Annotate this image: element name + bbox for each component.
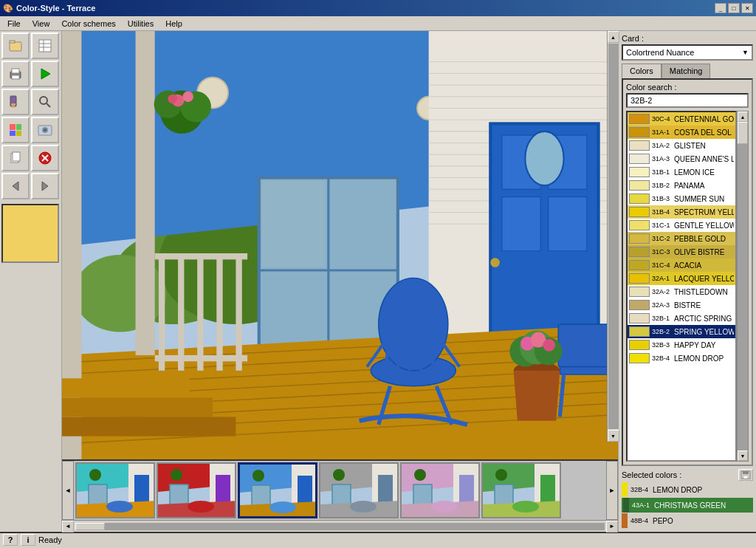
menu-bar: File View Color schemes Utilities Help [0,16,756,31]
color-item-31b1[interactable]: 31B-1 LEMON ICE [628,165,735,179]
color-swatch [629,340,650,350]
color-item-31b4[interactable]: 31B-4 SPECTRUM YELLOW [628,205,735,219]
delete-button[interactable] [31,145,59,171]
list-vscrollbar[interactable]: ▲ ▼ [737,111,749,462]
main-image[interactable] [62,31,618,459]
status-bar: ? i Ready [0,532,756,547]
color-swatch [629,207,650,217]
color-swatch [629,220,650,230]
tab-matching[interactable]: Matching [662,64,711,78]
svg-rect-0 [10,42,21,51]
svg-rect-73 [136,31,155,355]
thumbnail-5[interactable] [400,462,480,518]
zoom-button[interactable] [31,89,59,115]
copy-button[interactable] [1,145,30,171]
color-item-32a2[interactable]: 32A-2 THISTLEDOWN [628,285,735,298]
menu-utilities[interactable]: Utilities [122,18,159,30]
back-button[interactable] [1,173,30,199]
svg-rect-8 [12,75,19,79]
tabs: Colors Matching [622,64,753,78]
dropdown-arrow-icon: ▼ [742,49,749,56]
menu-color-schemes[interactable]: Color schemes [55,18,121,30]
thumb-scroll-right[interactable]: ► [606,461,618,520]
palette-button[interactable] [1,117,30,143]
thumbnail-2[interactable] [157,462,236,518]
menu-help[interactable]: Help [159,18,188,30]
open-button[interactable] [1,32,30,59]
color-item-32b3[interactable]: 32B-3 HAPPY DAY [628,338,735,352]
color-item-31b3[interactable]: 31B-3 SUMMER SUN [628,192,735,205]
thumb-scroll-left[interactable]: ◄ [62,461,74,520]
color-item-32b2[interactable]: 32B-2 SPRING YELLOW [628,325,735,338]
svg-rect-60 [549,197,587,251]
selected-item-48b4[interactable]: 48B-4 PEPO [622,513,753,528]
hscroll-left-button[interactable]: ◄ [62,521,74,532]
color-item-31c1[interactable]: 31C-1 GENTLE YELLOW [628,219,735,232]
color-item-31a1[interactable]: 31A-1 COSTA DEL SOL [628,126,735,139]
color-swatch [629,127,650,137]
color-item-31a2[interactable]: 31A-2 GLISTEN [628,139,735,152]
tab-colors[interactable]: Colors [622,64,662,78]
close-button[interactable]: ✕ [741,3,753,13]
right-panel: Card : Colortrend Nuance ▼ Colors Matchi… [619,31,756,532]
forward-button[interactable] [31,173,59,199]
thumbnail-3[interactable] [238,462,317,518]
svg-marker-96 [514,371,560,421]
help-button[interactable]: ? [3,534,18,546]
maximize-button[interactable]: □ [728,3,740,13]
svg-point-13 [40,97,47,104]
color-swatch [629,167,650,177]
paint-button[interactable] [1,89,30,115]
photo-button[interactable] [31,117,59,143]
vscroll-up-button[interactable]: ▲ [608,31,619,43]
selected-item-32b4[interactable]: 32B-4 LEMON DROP [622,482,753,497]
hscroll-right-button[interactable]: ► [606,521,618,532]
color-swatch [629,287,650,297]
svg-rect-111 [155,253,247,259]
list-vscroll-thumb[interactable] [738,122,748,144]
svg-point-159 [495,469,507,481]
color-item-30c4[interactable]: 30C-4 CENTENNIAL GOLD [628,112,735,126]
list-vscroll-down[interactable]: ▼ [738,451,748,461]
minimize-button[interactable]: _ [715,3,726,13]
play-button[interactable] [31,61,59,87]
thumbnail-6[interactable] [481,462,561,518]
thumbnail-4[interactable] [319,462,399,518]
spreadsheet-button[interactable] [31,32,59,59]
svg-point-119 [89,469,101,481]
print-button[interactable] [1,61,30,87]
color-search-input[interactable] [626,93,749,108]
svg-rect-109 [216,255,222,371]
svg-point-127 [171,469,182,481]
color-item-31c2[interactable]: 31C-2 PEBBLE GOLD [628,232,735,245]
color-item-31c4[interactable]: 31C-4 ACACIA [628,258,735,272]
vscroll-down-button[interactable]: ▼ [608,430,619,442]
color-item-32b1[interactable]: 32B-1 ARCTIC SPRING [628,312,735,325]
colors-panel: Color search : 30C-4 CENTENNIAL GOLD 31A… [622,78,753,466]
svg-marker-9 [41,69,50,79]
color-item-31a3[interactable]: 31A-3 QUEEN ANNE'S LACE [628,152,735,165]
svg-rect-18 [16,131,21,136]
color-item-32b4[interactable]: 32B-4 LEMON DROP [628,352,735,365]
color-item-31c3[interactable]: 31C-3 OLIVE BISTRE [628,245,735,258]
hscroll-thumb[interactable] [75,523,105,530]
image-vscrollbar[interactable]: ▲ ▼ [607,31,619,442]
hscroll-track[interactable] [75,523,605,530]
card-dropdown[interactable]: Colortrend Nuance ▼ [622,44,753,61]
menu-file[interactable]: File [1,18,27,30]
thumbnail-1[interactable] [75,462,155,518]
window-controls[interactable]: _ □ ✕ [715,3,753,13]
info-button[interactable]: i [21,534,35,546]
color-preview-box [1,204,59,263]
menu-view[interactable]: View [27,18,56,30]
color-item-31b2[interactable]: 31B-2 PANAMA [628,179,735,192]
color-item-32a1[interactable]: 32A-1 LACQUER YELLOW [628,272,735,285]
svg-point-78 [182,92,193,103]
svg-point-120 [106,501,133,513]
svg-point-61 [525,131,563,185]
selected-item-43a1[interactable]: 43A-1 CHRISTMAS GREEN [622,498,753,513]
color-item-32a3[interactable]: 32A-3 BISTRE [628,298,735,312]
save-button[interactable] [738,469,753,481]
list-vscroll-up[interactable]: ▲ [738,112,748,122]
color-swatch [629,260,650,270]
